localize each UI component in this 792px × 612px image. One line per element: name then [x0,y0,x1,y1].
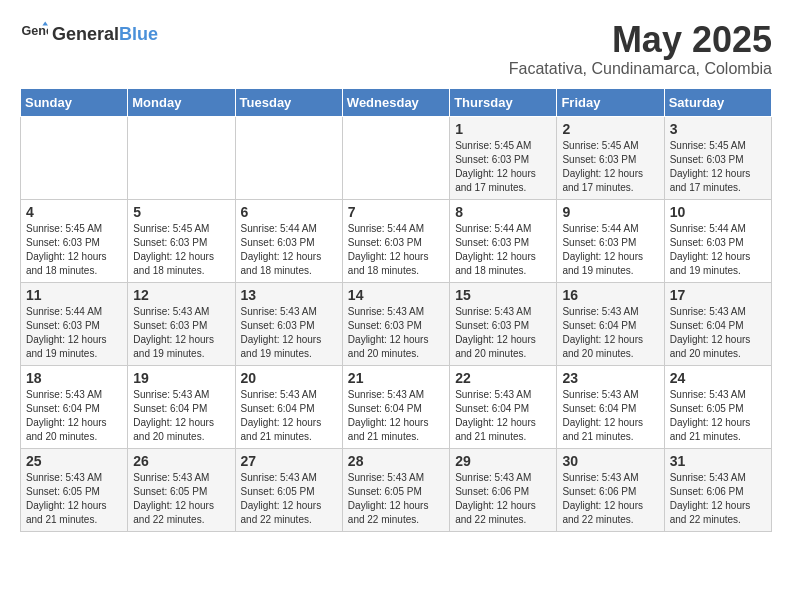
title-block: May 2025 Facatativa, Cundinamarca, Colom… [509,20,772,78]
day-info: Sunrise: 5:43 AM Sunset: 6:03 PM Dayligh… [133,305,229,361]
day-info: Sunrise: 5:44 AM Sunset: 6:03 PM Dayligh… [455,222,551,278]
week-row-1: 1Sunrise: 5:45 AM Sunset: 6:03 PM Daylig… [21,116,772,199]
day-number: 26 [133,453,229,469]
day-info: Sunrise: 5:43 AM Sunset: 6:05 PM Dayligh… [26,471,122,527]
day-cell: 9Sunrise: 5:44 AM Sunset: 6:03 PM Daylig… [557,199,664,282]
day-number: 17 [670,287,766,303]
day-info: Sunrise: 5:43 AM Sunset: 6:04 PM Dayligh… [133,388,229,444]
day-info: Sunrise: 5:43 AM Sunset: 6:03 PM Dayligh… [348,305,444,361]
day-info: Sunrise: 5:43 AM Sunset: 6:05 PM Dayligh… [670,388,766,444]
day-number: 16 [562,287,658,303]
day-number: 25 [26,453,122,469]
day-cell [21,116,128,199]
day-cell [235,116,342,199]
day-number: 30 [562,453,658,469]
day-number: 18 [26,370,122,386]
day-number: 6 [241,204,337,220]
day-number: 10 [670,204,766,220]
day-info: Sunrise: 5:43 AM Sunset: 6:04 PM Dayligh… [348,388,444,444]
day-cell: 7Sunrise: 5:44 AM Sunset: 6:03 PM Daylig… [342,199,449,282]
day-info: Sunrise: 5:43 AM Sunset: 6:04 PM Dayligh… [26,388,122,444]
day-info: Sunrise: 5:43 AM Sunset: 6:05 PM Dayligh… [241,471,337,527]
week-row-3: 11Sunrise: 5:44 AM Sunset: 6:03 PM Dayli… [21,282,772,365]
day-number: 8 [455,204,551,220]
day-cell [128,116,235,199]
day-cell: 18Sunrise: 5:43 AM Sunset: 6:04 PM Dayli… [21,365,128,448]
day-number: 13 [241,287,337,303]
day-number: 1 [455,121,551,137]
day-number: 27 [241,453,337,469]
calendar-title: May 2025 [509,20,772,60]
day-cell: 22Sunrise: 5:43 AM Sunset: 6:04 PM Dayli… [450,365,557,448]
day-cell: 19Sunrise: 5:43 AM Sunset: 6:04 PM Dayli… [128,365,235,448]
day-cell: 15Sunrise: 5:43 AM Sunset: 6:03 PM Dayli… [450,282,557,365]
day-info: Sunrise: 5:43 AM Sunset: 6:04 PM Dayligh… [562,388,658,444]
day-info: Sunrise: 5:43 AM Sunset: 6:05 PM Dayligh… [133,471,229,527]
day-cell: 30Sunrise: 5:43 AM Sunset: 6:06 PM Dayli… [557,448,664,531]
day-info: Sunrise: 5:43 AM Sunset: 6:04 PM Dayligh… [455,388,551,444]
day-number: 19 [133,370,229,386]
day-cell: 29Sunrise: 5:43 AM Sunset: 6:06 PM Dayli… [450,448,557,531]
calendar-header: SundayMondayTuesdayWednesdayThursdayFrid… [21,88,772,116]
day-info: Sunrise: 5:43 AM Sunset: 6:06 PM Dayligh… [562,471,658,527]
day-cell: 11Sunrise: 5:44 AM Sunset: 6:03 PM Dayli… [21,282,128,365]
day-info: Sunrise: 5:43 AM Sunset: 6:06 PM Dayligh… [670,471,766,527]
header-cell-saturday: Saturday [664,88,771,116]
day-number: 7 [348,204,444,220]
day-cell: 31Sunrise: 5:43 AM Sunset: 6:06 PM Dayli… [664,448,771,531]
week-row-5: 25Sunrise: 5:43 AM Sunset: 6:05 PM Dayli… [21,448,772,531]
day-cell: 6Sunrise: 5:44 AM Sunset: 6:03 PM Daylig… [235,199,342,282]
day-info: Sunrise: 5:43 AM Sunset: 6:04 PM Dayligh… [241,388,337,444]
day-info: Sunrise: 5:43 AM Sunset: 6:06 PM Dayligh… [455,471,551,527]
calendar-subtitle: Facatativa, Cundinamarca, Colombia [509,60,772,78]
day-number: 24 [670,370,766,386]
header-cell-friday: Friday [557,88,664,116]
day-info: Sunrise: 5:44 AM Sunset: 6:03 PM Dayligh… [670,222,766,278]
day-cell: 24Sunrise: 5:43 AM Sunset: 6:05 PM Dayli… [664,365,771,448]
day-cell: 17Sunrise: 5:43 AM Sunset: 6:04 PM Dayli… [664,282,771,365]
day-info: Sunrise: 5:44 AM Sunset: 6:03 PM Dayligh… [26,305,122,361]
day-cell: 2Sunrise: 5:45 AM Sunset: 6:03 PM Daylig… [557,116,664,199]
day-cell: 1Sunrise: 5:45 AM Sunset: 6:03 PM Daylig… [450,116,557,199]
day-info: Sunrise: 5:45 AM Sunset: 6:03 PM Dayligh… [562,139,658,195]
logo: General GeneralBlue [20,20,158,48]
day-number: 12 [133,287,229,303]
day-number: 5 [133,204,229,220]
header-cell-thursday: Thursday [450,88,557,116]
calendar-table: SundayMondayTuesdayWednesdayThursdayFrid… [20,88,772,532]
day-number: 21 [348,370,444,386]
logo-general: General [52,24,119,44]
week-row-2: 4Sunrise: 5:45 AM Sunset: 6:03 PM Daylig… [21,199,772,282]
logo-icon: General [20,20,48,48]
day-cell: 14Sunrise: 5:43 AM Sunset: 6:03 PM Dayli… [342,282,449,365]
day-info: Sunrise: 5:43 AM Sunset: 6:03 PM Dayligh… [241,305,337,361]
day-info: Sunrise: 5:45 AM Sunset: 6:03 PM Dayligh… [455,139,551,195]
day-number: 29 [455,453,551,469]
day-info: Sunrise: 5:43 AM Sunset: 6:05 PM Dayligh… [348,471,444,527]
header-row: SundayMondayTuesdayWednesdayThursdayFrid… [21,88,772,116]
day-info: Sunrise: 5:44 AM Sunset: 6:03 PM Dayligh… [562,222,658,278]
day-number: 11 [26,287,122,303]
day-number: 3 [670,121,766,137]
day-cell: 20Sunrise: 5:43 AM Sunset: 6:04 PM Dayli… [235,365,342,448]
day-cell [342,116,449,199]
day-cell: 4Sunrise: 5:45 AM Sunset: 6:03 PM Daylig… [21,199,128,282]
day-cell: 16Sunrise: 5:43 AM Sunset: 6:04 PM Dayli… [557,282,664,365]
day-cell: 8Sunrise: 5:44 AM Sunset: 6:03 PM Daylig… [450,199,557,282]
day-info: Sunrise: 5:44 AM Sunset: 6:03 PM Dayligh… [241,222,337,278]
day-number: 9 [562,204,658,220]
day-info: Sunrise: 5:44 AM Sunset: 6:03 PM Dayligh… [348,222,444,278]
svg-text:General: General [21,24,48,38]
day-cell: 23Sunrise: 5:43 AM Sunset: 6:04 PM Dayli… [557,365,664,448]
day-cell: 12Sunrise: 5:43 AM Sunset: 6:03 PM Dayli… [128,282,235,365]
day-number: 23 [562,370,658,386]
logo-blue: Blue [119,24,158,44]
svg-marker-1 [42,21,48,25]
day-number: 2 [562,121,658,137]
day-cell: 13Sunrise: 5:43 AM Sunset: 6:03 PM Dayli… [235,282,342,365]
day-cell: 3Sunrise: 5:45 AM Sunset: 6:03 PM Daylig… [664,116,771,199]
day-cell: 21Sunrise: 5:43 AM Sunset: 6:04 PM Dayli… [342,365,449,448]
page-header: General GeneralBlue May 2025 Facatativa,… [20,20,772,78]
day-number: 28 [348,453,444,469]
day-info: Sunrise: 5:43 AM Sunset: 6:04 PM Dayligh… [562,305,658,361]
